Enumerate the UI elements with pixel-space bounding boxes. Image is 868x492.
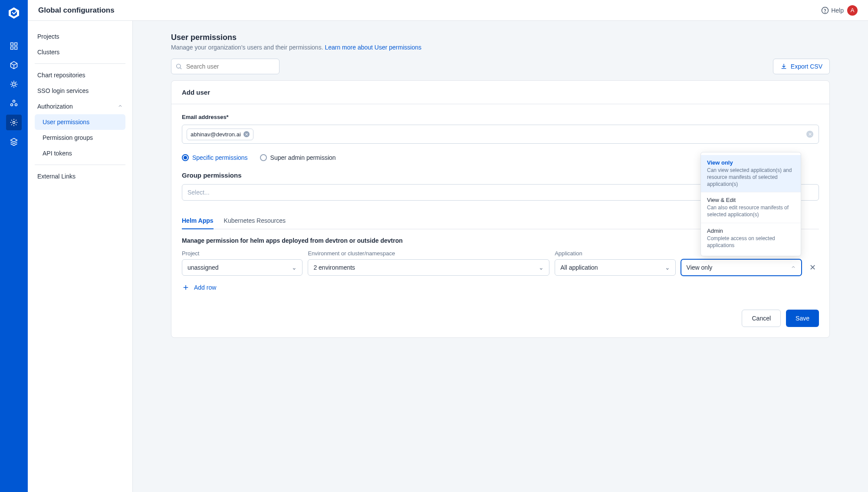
remove-chip-icon[interactable]: ✕: [243, 131, 250, 137]
environment-select[interactable]: 2 environments ⌄: [308, 259, 549, 276]
download-icon: [780, 63, 787, 70]
radio-icon: [260, 154, 267, 161]
cube-icon[interactable]: [6, 57, 22, 73]
svg-point-12: [825, 12, 825, 13]
main-content: User permissions Manage your organizatio…: [133, 21, 868, 492]
tab-kubernetes-resources[interactable]: Kubernetes Resources: [224, 213, 286, 229]
chevron-up-icon: [118, 103, 123, 110]
page-breadcrumb: Global configurations: [38, 6, 115, 15]
search-input-wrap: [171, 59, 279, 74]
svg-point-9: [15, 104, 17, 106]
dropdown-item-view-only[interactable]: View only Can view selected application(…: [701, 155, 801, 192]
col-project-label: Project: [182, 250, 302, 257]
search-input[interactable]: [171, 59, 279, 74]
help-label: Help: [831, 7, 844, 14]
sidebar-item-user-permissions[interactable]: User permissions: [35, 114, 125, 130]
application-select[interactable]: All application ⌄: [555, 259, 675, 276]
sidebar: Projects Clusters Chart repositories SSO…: [28, 21, 133, 492]
svg-point-7: [13, 100, 15, 102]
topbar: Global configurations Help A: [28, 0, 868, 21]
helm-icon[interactable]: [6, 76, 22, 92]
sidebar-label: Authorization: [37, 103, 73, 110]
svg-point-6: [13, 83, 16, 86]
sidebar-item-api-tokens[interactable]: API tokens: [35, 145, 125, 161]
divider: [35, 63, 125, 64]
svg-rect-5: [15, 47, 17, 50]
svg-rect-3: [15, 43, 17, 46]
chevron-down-icon: ⌄: [292, 264, 297, 271]
sidebar-item-permission-groups[interactable]: Permission groups: [35, 130, 125, 145]
page-subtitle: Manage your organization's users and the…: [171, 44, 830, 51]
svg-rect-2: [11, 43, 13, 46]
chevron-down-icon: ⌄: [665, 264, 670, 271]
sidebar-item-chart-repos[interactable]: Chart repositories: [35, 67, 125, 83]
export-csv-button[interactable]: Export CSV: [773, 59, 830, 74]
svg-point-10: [13, 122, 15, 124]
email-label: Email addresses*: [182, 114, 819, 120]
divider: [35, 165, 125, 165]
help-link[interactable]: Help: [821, 7, 844, 14]
sidebar-item-sso[interactable]: SSO login services: [35, 83, 125, 99]
chevron-down-icon: ⌄: [539, 264, 544, 271]
chevron-up-icon: [791, 264, 796, 271]
cluster-icon[interactable]: [6, 96, 22, 111]
page-title: User permissions: [171, 33, 830, 42]
add-row-button[interactable]: Add row: [182, 284, 819, 291]
svg-rect-4: [11, 47, 13, 50]
role-dropdown: View only Can view selected application(…: [700, 152, 801, 256]
col-env-label: Environment or cluster/namespace: [308, 250, 549, 257]
email-chip: abhinav@devtron.ai ✕: [187, 129, 253, 140]
nav-rail: [0, 0, 28, 492]
sidebar-item-clusters[interactable]: Clusters: [35, 44, 125, 60]
plus-icon: [182, 284, 190, 291]
settings-icon[interactable]: [6, 115, 22, 130]
search-icon: [175, 63, 182, 70]
dropdown-item-view-edit[interactable]: View & Edit Can also edit resource manif…: [701, 192, 801, 222]
layers-icon[interactable]: [6, 134, 22, 149]
role-select[interactable]: View only View only Can view selected ap…: [681, 259, 802, 276]
tab-helm-apps[interactable]: Helm Apps: [182, 213, 214, 229]
avatar[interactable]: A: [847, 5, 858, 16]
col-app-label: Application: [555, 250, 675, 257]
learn-more-link[interactable]: Learn more about User permissions: [325, 44, 421, 51]
email-input[interactable]: abhinav@devtron.ai ✕ ✕: [182, 125, 819, 144]
cancel-button[interactable]: Cancel: [742, 310, 781, 327]
svg-point-13: [177, 64, 181, 68]
dashboard-icon[interactable]: [6, 38, 22, 54]
radio-super-admin[interactable]: Super admin permission: [260, 154, 336, 161]
dropdown-item-admin[interactable]: Admin Complete access on selected applic…: [701, 223, 801, 253]
logo-icon: [7, 6, 21, 20]
sidebar-item-authorization[interactable]: Authorization: [35, 99, 125, 114]
sidebar-item-projects[interactable]: Projects: [35, 29, 125, 44]
radio-icon: [182, 154, 189, 161]
remove-row-button[interactable]: ✕: [807, 259, 819, 276]
radio-specific-permissions[interactable]: Specific permissions: [182, 154, 248, 161]
sidebar-item-external-links[interactable]: External Links: [35, 168, 125, 184]
card-header: Add user: [171, 81, 829, 104]
project-select[interactable]: unassigned ⌄: [182, 259, 302, 276]
add-user-card: Add user Email addresses* abhinav@devtro…: [171, 80, 830, 338]
save-button[interactable]: Save: [786, 310, 819, 327]
clear-all-icon[interactable]: ✕: [806, 131, 813, 138]
svg-point-8: [11, 104, 13, 106]
